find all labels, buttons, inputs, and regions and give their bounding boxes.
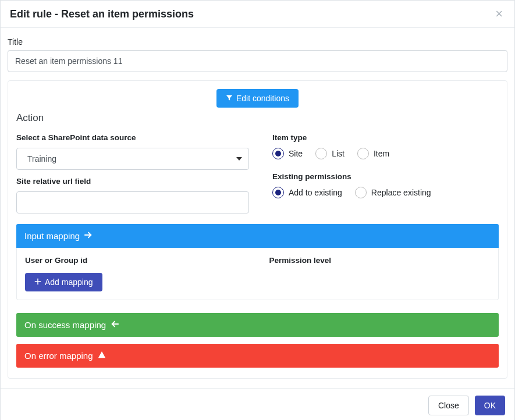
site-rel-label: Site relative url field (16, 177, 249, 186)
close-icon[interactable]: × (493, 8, 505, 20)
title-input[interactable] (8, 50, 507, 72)
existing-perm-label: Existing permissions (272, 172, 499, 181)
input-mapping-body: User or Group id Add mapping Permission … (16, 248, 499, 300)
ok-button[interactable]: OK (475, 396, 505, 415)
radio-list[interactable]: List (315, 148, 344, 159)
error-mapping-header[interactable]: On error mapping (16, 344, 499, 368)
input-mapping-title: Input mapping (24, 231, 80, 241)
action-heading: Action (16, 112, 499, 124)
existing-perm-group: Add to existing Replace existing (272, 187, 499, 198)
user-group-label: User or Group id (25, 256, 246, 265)
radio-site[interactable]: Site (272, 148, 303, 159)
success-mapping-title: On success mapping (24, 320, 106, 330)
add-mapping-label: Add mapping (45, 277, 93, 287)
close-button[interactable]: Close (428, 396, 469, 415)
edit-rule-modal: Edit rule - Reset an item permissions × … (0, 0, 515, 420)
modal-title: Edit rule - Reset an item permissions (10, 8, 194, 20)
data-source-label: Select a SharePoint data source (16, 133, 249, 142)
input-mapping-header[interactable]: Input mapping (16, 224, 499, 248)
edit-conditions-label: Edit conditions (236, 94, 289, 103)
radio-add-existing[interactable]: Add to existing (272, 187, 342, 198)
radio-replace-existing[interactable]: Replace existing (355, 187, 431, 198)
item-type-group: Site List Item (272, 148, 499, 159)
success-mapping-header[interactable]: On success mapping (16, 313, 499, 337)
filter-icon (226, 94, 233, 103)
site-rel-input[interactable] (16, 191, 249, 213)
action-card: Edit conditions Action Select a SharePoi… (8, 80, 507, 379)
data-source-select[interactable]: Training (16, 148, 249, 170)
arrow-left-icon (111, 320, 119, 330)
edit-conditions-button[interactable]: Edit conditions (216, 89, 299, 108)
modal-body: Title Edit conditions Action Select a Sh… (1, 28, 514, 388)
add-mapping-button[interactable]: Add mapping (25, 273, 102, 291)
modal-footer: Close OK (1, 388, 514, 420)
item-type-label: Item type (272, 133, 499, 142)
error-mapping-title: On error mapping (24, 351, 93, 361)
modal-header: Edit rule - Reset an item permissions × (1, 1, 514, 28)
arrow-right-icon (84, 231, 93, 241)
radio-item[interactable]: Item (357, 148, 389, 159)
plus-icon (34, 277, 41, 287)
permission-level-label: Permission level (269, 256, 491, 265)
warning-icon (98, 351, 106, 361)
title-label: Title (8, 37, 507, 47)
